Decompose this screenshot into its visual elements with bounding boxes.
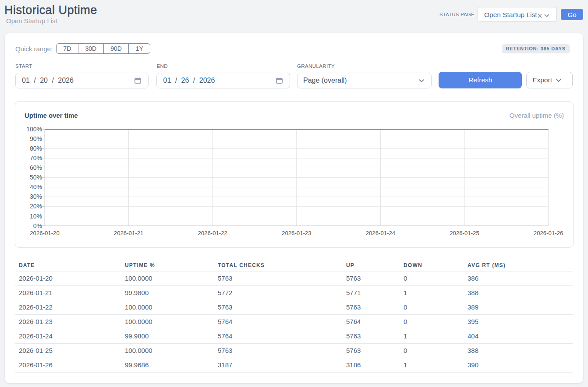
svg-text:100%: 100% — [26, 126, 42, 133]
svg-text:2026-01-24: 2026-01-24 — [366, 230, 395, 236]
svg-text:2026-01-23: 2026-01-23 — [282, 230, 311, 236]
svg-text:80%: 80% — [30, 145, 42, 152]
svg-text:2026-01-21: 2026-01-21 — [114, 230, 143, 236]
svg-text:20%: 20% — [30, 203, 42, 210]
svg-text:30%: 30% — [30, 193, 42, 200]
svg-text:2026-01-22: 2026-01-22 — [198, 230, 227, 236]
svg-text:10%: 10% — [30, 213, 42, 220]
svg-text:60%: 60% — [30, 164, 42, 171]
svg-text:0%: 0% — [33, 222, 42, 229]
svg-text:90%: 90% — [30, 135, 42, 142]
svg-text:2026-01-26: 2026-01-26 — [534, 230, 563, 236]
svg-text:50%: 50% — [30, 174, 42, 181]
svg-text:40%: 40% — [30, 183, 42, 190]
svg-text:2026-01-20: 2026-01-20 — [30, 230, 59, 236]
svg-text:2026-01-25: 2026-01-25 — [450, 230, 479, 236]
svg-text:70%: 70% — [30, 155, 42, 162]
